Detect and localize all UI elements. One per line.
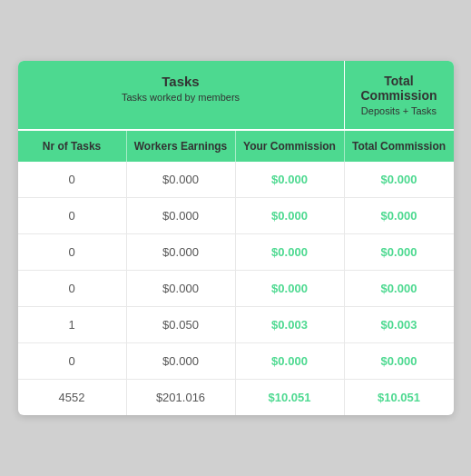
tasks-header: Tasks Tasks worked by members [18, 61, 345, 129]
cell-your-commission: $0.003 [236, 307, 345, 342]
cell-your-commission: $0.000 [236, 234, 345, 270]
commission-subtitle: Deposits + Tasks [354, 105, 445, 116]
tasks-title: Tasks [27, 74, 335, 89]
cell-your-commission: $0.000 [236, 343, 345, 379]
col-your-commission: Your Commission [236, 131, 345, 162]
cell-total-commission: $0.000 [345, 234, 454, 270]
table-row: 0 $0.000 $0.000 $0.000 [18, 162, 454, 198]
cell-nr-tasks: 0 [18, 234, 127, 270]
cell-nr-tasks: 0 [18, 162, 127, 197]
col-workers-earnings: Workers Earnings [127, 131, 236, 162]
cell-nr-tasks: 0 [18, 343, 127, 379]
cell-nr-tasks: 0 [18, 271, 127, 306]
table-row: 0 $0.000 $0.000 $0.000 [18, 343, 454, 380]
column-headers: Nr of Tasks Workers Earnings Your Commis… [18, 129, 454, 162]
cell-nr-tasks: 0 [18, 198, 127, 233]
cell-total-commission: $0.000 [345, 198, 454, 233]
cell-nr-tasks: 1 [18, 307, 127, 342]
tasks-subtitle: Tasks worked by members [27, 92, 335, 103]
commission-header: Total Commission Deposits + Tasks [345, 61, 454, 129]
col-nr-of-tasks: Nr of Tasks [18, 131, 127, 162]
cell-total-commission: $0.000 [345, 271, 454, 306]
cell-workers-earnings: $0.000 [127, 198, 236, 233]
table-row: 1 $0.050 $0.003 $0.003 [18, 307, 454, 343]
cell-workers-earnings: $0.000 [127, 234, 236, 270]
table-row: 4552 $201.016 $10.051 $10.051 [18, 380, 454, 415]
table-row: 0 $0.000 $0.000 $0.000 [18, 271, 454, 307]
cell-your-commission: $0.000 [236, 162, 345, 197]
cell-workers-earnings: $0.000 [127, 162, 236, 197]
main-table: Tasks Tasks worked by members Total Comm… [18, 61, 454, 415]
table-row: 0 $0.000 $0.000 $0.000 [18, 234, 454, 271]
cell-total-commission: $10.051 [345, 380, 454, 415]
cell-total-commission: $0.000 [345, 343, 454, 379]
cell-your-commission: $10.051 [236, 380, 345, 415]
table-row: 0 $0.000 $0.000 $0.000 [18, 198, 454, 234]
cell-total-commission: $0.003 [345, 307, 454, 342]
cell-your-commission: $0.000 [236, 198, 345, 233]
cell-workers-earnings: $201.016 [127, 380, 236, 415]
table-header: Tasks Tasks worked by members Total Comm… [18, 61, 454, 129]
col-total-commission: Total Commission [345, 131, 454, 162]
cell-workers-earnings: $0.050 [127, 307, 236, 342]
cell-workers-earnings: $0.000 [127, 271, 236, 306]
cell-your-commission: $0.000 [236, 271, 345, 306]
table-body: 0 $0.000 $0.000 $0.000 0 $0.000 $0.000 $… [18, 162, 454, 415]
cell-total-commission: $0.000 [345, 162, 454, 197]
cell-nr-tasks: 4552 [18, 380, 127, 415]
commission-title: Total Commission [354, 74, 445, 103]
cell-workers-earnings: $0.000 [127, 343, 236, 379]
